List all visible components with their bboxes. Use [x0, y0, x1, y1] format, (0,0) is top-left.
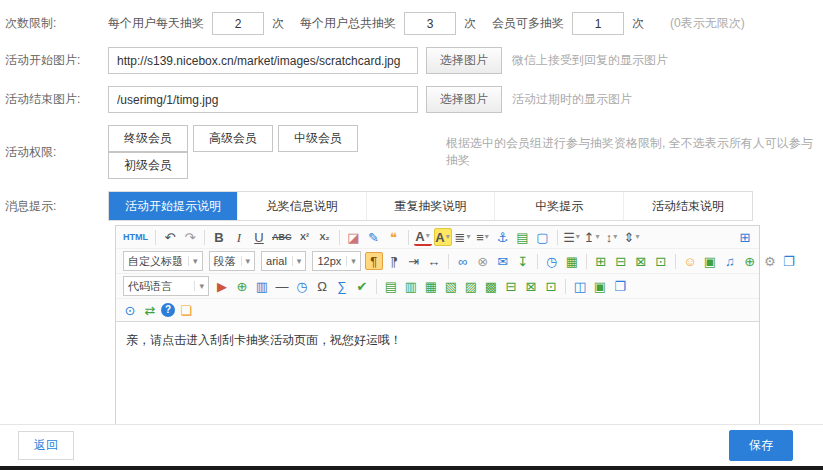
blockquote-icon[interactable]: ❝ — [385, 228, 403, 246]
member-option-3[interactable]: 中级会员 — [278, 125, 358, 152]
table-delete-col-icon[interactable]: ▧ — [442, 277, 460, 295]
redo-icon[interactable]: ↷ — [181, 228, 199, 246]
subscript-icon[interactable]: X₂ — [316, 228, 334, 246]
spellcheck-icon[interactable]: ✔ — [353, 277, 371, 295]
word-image-icon[interactable]: ▢ — [534, 228, 552, 246]
table-insert-row-icon[interactable]: ▤ — [382, 277, 400, 295]
bold-icon[interactable]: B — [210, 228, 228, 246]
extra-input[interactable] — [572, 12, 624, 35]
per-day-input[interactable] — [212, 12, 264, 35]
toolbar-separator — [586, 254, 587, 269]
split-cells-icon[interactable]: ⊡ — [652, 252, 670, 270]
help-icon[interactable]: ? — [161, 303, 175, 317]
caret-down-icon: ▾ — [241, 256, 251, 266]
end-image-choose-button[interactable]: 选择图片 — [426, 86, 502, 113]
table-delete-row-icon[interactable]: ▦ — [422, 277, 440, 295]
toolbar-row-1: HTML↶↷BIUABCX²X₂◪✎❝AA≣≡⚓▤▢☰↥↕⇕⊞ — [116, 226, 759, 249]
emoji-icon[interactable]: ☺ — [681, 252, 699, 270]
chart-icon[interactable]: ▥ — [253, 277, 271, 295]
member-option-2[interactable]: 高级会员 — [193, 125, 273, 152]
toolbar-separator — [155, 230, 156, 245]
formula-icon[interactable]: ∑ — [333, 277, 351, 295]
gear-icon[interactable]: ⚙ — [761, 252, 779, 270]
ordered-list-icon[interactable]: ≣ — [454, 228, 472, 246]
horizontal-rule-icon[interactable]: — — [273, 277, 291, 295]
member-option-1[interactable]: 终级会员 — [108, 125, 188, 152]
toolbar-separator — [339, 230, 340, 245]
message-tab-2[interactable]: 兑奖信息说明 — [238, 192, 367, 220]
align-left-icon[interactable]: ☰ — [563, 228, 581, 246]
insert-table-icon[interactable]: ⊞ — [592, 252, 610, 270]
italic-icon[interactable]: I — [230, 228, 248, 246]
line-height-icon[interactable]: ↕ — [603, 228, 621, 246]
document-icon[interactable]: ▣ — [591, 277, 609, 295]
underline-icon[interactable]: U — [250, 228, 268, 246]
align-top-icon[interactable]: ↥ — [583, 228, 601, 246]
special-char-icon[interactable]: Ω — [313, 277, 331, 295]
calendar-icon[interactable]: ▦ — [563, 252, 581, 270]
search-icon[interactable]: ⊙ — [121, 301, 139, 319]
link-icon[interactable]: ∞ — [454, 252, 472, 270]
fullscreen-icon[interactable]: ⊞ — [736, 228, 754, 246]
image-icon[interactable]: ▣ — [701, 252, 719, 270]
snapshot-icon[interactable]: ❏ — [177, 301, 195, 319]
table-split-col-icon[interactable]: ⊠ — [522, 277, 540, 295]
insert-video-icon[interactable]: ▶ — [213, 277, 231, 295]
mail-icon[interactable]: ✉ — [494, 252, 512, 270]
map-icon[interactable]: ⊕ — [741, 252, 759, 270]
message-tab-1[interactable]: 活动开始提示说明 — [109, 192, 238, 220]
message-tab-5[interactable]: 活动结束说明 — [624, 192, 752, 220]
delete-table-icon[interactable]: ⊟ — [612, 252, 630, 270]
letter-spacing-icon[interactable]: ↔ — [425, 252, 443, 270]
font-family-select-value: arial — [266, 255, 287, 267]
undo-icon[interactable]: ↶ — [161, 228, 179, 246]
superscript-icon[interactable]: X² — [296, 228, 314, 246]
table-split-row-icon[interactable]: ⊟ — [502, 277, 520, 295]
rtl-paragraph-icon[interactable]: ¶ — [385, 252, 403, 270]
paragraph-spacing-icon[interactable]: ⇕ — [623, 228, 641, 246]
music-icon[interactable]: ♫ — [721, 252, 739, 270]
download-icon[interactable]: ↧ — [514, 252, 532, 270]
strikethrough-icon[interactable]: ABC — [270, 228, 294, 246]
bg-color-icon[interactable]: A — [434, 228, 452, 246]
code-language-select[interactable]: 代码语言▾ — [123, 276, 209, 296]
paragraph-select-value: 段落 — [214, 254, 236, 269]
find-replace-icon[interactable]: ⇄ — [141, 301, 159, 319]
printer-icon[interactable]: ❐ — [611, 277, 629, 295]
table-insert-col-icon[interactable]: ▥ — [402, 277, 420, 295]
print-icon[interactable]: ❐ — [780, 252, 798, 270]
page-break-icon[interactable]: ▤ — [514, 228, 532, 246]
custom-title-select[interactable]: 自定义标题▾ — [123, 251, 203, 271]
table-merge-right-icon[interactable]: ▨ — [462, 277, 480, 295]
table-merge-down-icon[interactable]: ▩ — [482, 277, 500, 295]
merge-cells-icon[interactable]: ⊠ — [632, 252, 650, 270]
unlink-icon[interactable]: ⊗ — [474, 252, 492, 270]
html-source-button[interactable]: HTML — [121, 228, 150, 246]
format-brush-icon[interactable]: ✎ — [365, 228, 383, 246]
end-image-input[interactable] — [108, 86, 418, 113]
paragraph-select[interactable]: 段落▾ — [209, 251, 256, 271]
insert-map-icon[interactable]: ⊕ — [233, 277, 251, 295]
font-size-select[interactable]: 12px▾ — [312, 251, 360, 271]
clock-icon[interactable]: ◷ — [543, 252, 561, 270]
save-button[interactable]: 保存 — [729, 430, 793, 461]
start-image-input[interactable] — [108, 47, 418, 74]
font-family-select[interactable]: arial▾ — [261, 251, 306, 271]
start-image-hint: 微信上接受到回复的显示图片 — [512, 52, 668, 69]
member-option-4[interactable]: 初级会员 — [108, 152, 188, 179]
unordered-list-icon[interactable]: ≡ — [474, 228, 492, 246]
message-tab-4[interactable]: 中奖提示 — [495, 192, 624, 220]
permission-row: 活动权限: 终级会员高级会员中级会员初级会员 根据选中的会员组进行参与抽奖资格限… — [5, 125, 823, 179]
eraser-icon[interactable]: ◪ — [345, 228, 363, 246]
ltr-paragraph-icon[interactable]: ¶ — [365, 252, 383, 270]
back-button[interactable]: 返回 — [18, 431, 74, 460]
indent-icon[interactable]: ⇥ — [405, 252, 423, 270]
table-style-icon[interactable]: ⊡ — [542, 277, 560, 295]
print-preview-icon[interactable]: ◫ — [571, 277, 589, 295]
start-image-choose-button[interactable]: 选择图片 — [426, 47, 502, 74]
date-time-icon[interactable]: ◷ — [293, 277, 311, 295]
message-tab-3[interactable]: 重复抽奖说明 — [367, 192, 496, 220]
anchor-icon[interactable]: ⚓ — [494, 228, 512, 246]
total-input[interactable] — [404, 12, 456, 35]
font-color-icon[interactable]: A — [414, 228, 432, 246]
